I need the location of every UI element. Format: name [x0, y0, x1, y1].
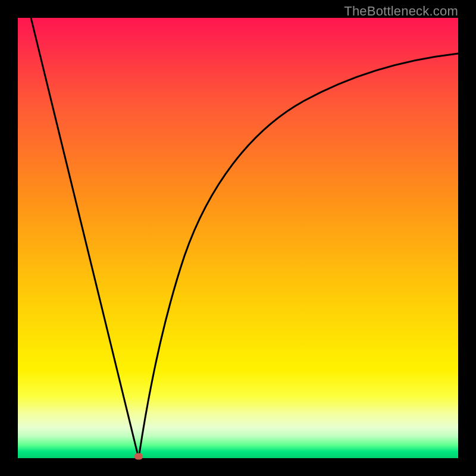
curve-left-branch [31, 18, 139, 458]
minimum-marker [134, 453, 143, 460]
curve-right-branch [139, 54, 458, 458]
watermark-text: TheBottleneck.com [344, 4, 458, 19]
bottleneck-curve [18, 18, 458, 458]
chart-frame: TheBottleneck.com [0, 0, 476, 476]
plot-area [18, 18, 458, 458]
